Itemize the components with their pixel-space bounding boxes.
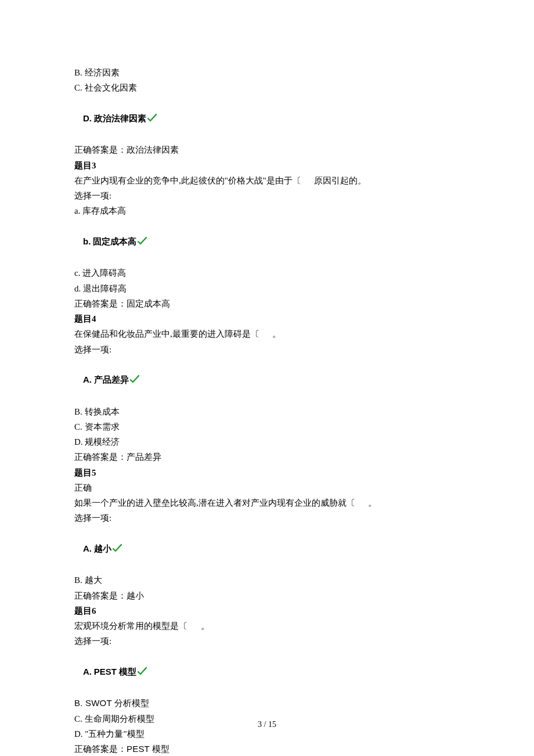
q5-choose: 选择一项:	[74, 510, 460, 525]
q3-choose: 选择一项:	[74, 188, 460, 203]
q6-title: 题目6	[74, 603, 460, 618]
q2-option-d: D. 政治法律因素	[74, 96, 460, 143]
q3-option-c: c. 进入障碍高	[74, 265, 460, 280]
answer-mid: PEST	[127, 744, 150, 754]
option-prefix: D.	[83, 113, 92, 123]
q4-option-c: C. 资本需求	[74, 419, 460, 434]
option-label: 固定成本高	[93, 237, 136, 246]
q2-option-c: C. 社会文化因素	[74, 80, 460, 95]
q4-option-b: B. 转换成本	[74, 404, 460, 419]
option-mid: PEST	[94, 667, 117, 676]
q5-option-a: A. 越小	[74, 526, 460, 573]
q3-option-b: b. 固定成本高	[74, 219, 460, 266]
q4-answer: 正确答案是：产品差异	[74, 449, 460, 465]
check-icon	[138, 235, 147, 250]
q4-choose: 选择一项:	[74, 342, 460, 357]
q2-option-b: B. 经济因素	[74, 65, 460, 80]
option-suffix: 模型	[119, 667, 136, 676]
option-prefix: b.	[83, 236, 91, 246]
q6-option-a: A. PEST 模型	[74, 649, 460, 696]
option-label: 产品差异	[94, 375, 129, 384]
q3-title: 题目3	[74, 158, 460, 173]
option-prefix: A.	[83, 375, 92, 384]
q6-option-b: B. SWOT 分析模型	[74, 696, 460, 711]
q3-option-a: a. 库存成本高	[74, 203, 460, 218]
q4-option-a: A. 产品差异	[74, 357, 460, 404]
q4-option-d: D. 规模经济	[74, 434, 460, 449]
q2-answer: 正确答案是：政治法律因素	[74, 142, 460, 157]
q4-title: 题目4	[74, 311, 460, 326]
answer-prefix: 正确答案是：	[74, 744, 127, 754]
check-icon	[138, 665, 147, 681]
q5-answer: 正确答案是：越小	[74, 588, 460, 603]
q3-option-d: d. 退出障碍高	[74, 281, 460, 296]
q6-choose: 选择一项:	[74, 633, 460, 649]
document-page: B. 经济因素 C. 社会文化因素 D. 政治法律因素 正确答案是：政治法律因素…	[0, 0, 534, 756]
page-footer: 3 / 15	[0, 718, 534, 732]
option-prefix: A.	[83, 543, 92, 553]
q3-answer: 正确答案是：固定成本高	[74, 296, 460, 311]
q5-correct: 正确	[74, 480, 460, 495]
option-prefix: B.	[74, 698, 85, 708]
option-prefix: A.	[83, 667, 92, 676]
check-icon	[130, 373, 139, 388]
check-icon	[147, 112, 157, 127]
option-suffix: 分析模型	[112, 699, 149, 708]
q5-title: 题目5	[74, 465, 460, 480]
q6-stem: 宏观环境分析常用的模型是〔 。	[74, 618, 460, 633]
q5-option-b: B. 越大	[74, 573, 460, 588]
q6-answer: 正确答案是：PEST 模型	[74, 741, 460, 756]
answer-suffix: 模型	[150, 744, 169, 754]
option-mid: SWOT	[85, 698, 112, 708]
option-label: 政治法律因素	[94, 114, 146, 123]
check-icon	[113, 542, 122, 557]
option-label: 越小	[94, 544, 111, 553]
q4-stem: 在保健品和化妆品产业中,最重要的进入障碍是〔 。	[74, 326, 460, 341]
q5-stem: 如果一个产业的进入壁垒比较高,潜在进入者对产业内现有企业的威胁就〔 。	[74, 495, 460, 510]
q3-stem: 在产业内现有企业的竞争中,此起彼伏的"价格大战"是由于〔 原因引起的。	[74, 173, 460, 188]
